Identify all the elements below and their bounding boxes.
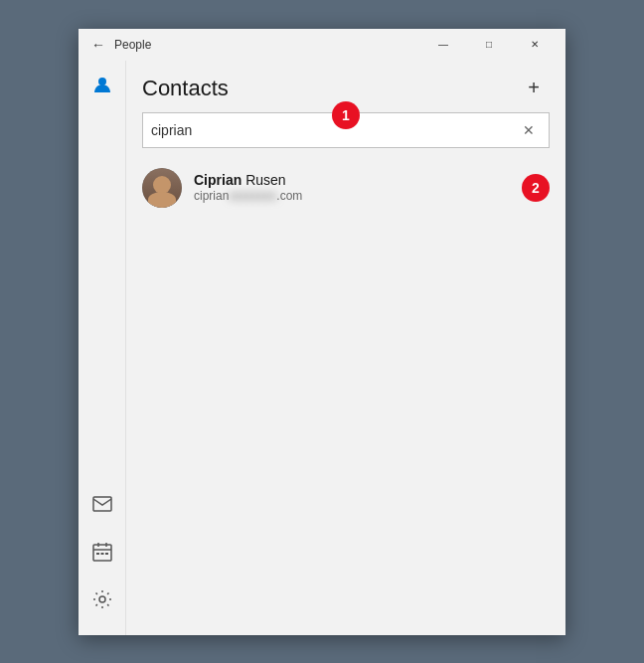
- settings-icon[interactable]: [82, 580, 122, 619]
- add-contact-button[interactable]: +: [518, 73, 550, 104]
- app-window: ← People — □ ✕: [79, 29, 565, 635]
- search-input[interactable]: [151, 122, 517, 138]
- sidebar-bottom: [82, 484, 122, 635]
- contact-last-name: Rusen: [245, 172, 285, 188]
- contact-email: ciprianxxxxxxxx.com: [194, 189, 514, 203]
- mail-icon[interactable]: [82, 484, 122, 524]
- back-button[interactable]: ←: [86, 33, 110, 57]
- main-content: Contacts + 1 ✕: [126, 61, 565, 635]
- svg-point-0: [98, 78, 106, 85]
- contact-name: Ciprian Rusen: [194, 172, 514, 188]
- search-bar: 1 ✕: [142, 112, 550, 148]
- app-body: Contacts + 1 ✕: [79, 61, 565, 635]
- svg-rect-5: [105, 553, 108, 555]
- email-prefix: ciprian: [194, 189, 229, 203]
- titlebar: ← People — □ ✕: [79, 29, 565, 61]
- email-suffix: .com: [276, 189, 302, 203]
- svg-point-6: [99, 596, 105, 602]
- contact-first-name: Ciprian: [194, 172, 242, 188]
- email-blurred: xxxxxxxx: [229, 189, 276, 203]
- window-controls: — □ ✕: [420, 29, 558, 61]
- minimize-button[interactable]: —: [420, 29, 466, 61]
- page-title: Contacts: [142, 76, 518, 101]
- sidebar: [79, 61, 126, 635]
- contact-item[interactable]: Ciprian Rusen ciprianxxxxxxxx.com 2: [126, 160, 565, 216]
- avatar-image: [142, 168, 182, 208]
- contact-avatar: [142, 168, 182, 208]
- contact-list: Ciprian Rusen ciprianxxxxxxxx.com 2: [126, 156, 565, 635]
- contact-info: Ciprian Rusen ciprianxxxxxxxx.com: [194, 172, 514, 203]
- app-title: People: [114, 38, 420, 52]
- contacts-header: Contacts +: [126, 61, 565, 112]
- sidebar-item-contacts[interactable]: [82, 65, 122, 104]
- step-badge-2: 2: [522, 174, 550, 202]
- search-clear-button[interactable]: ✕: [517, 118, 541, 142]
- close-button[interactable]: ✕: [512, 29, 558, 61]
- svg-rect-3: [96, 553, 99, 555]
- svg-rect-1: [93, 497, 111, 511]
- calendar-icon[interactable]: [82, 532, 122, 572]
- svg-rect-4: [100, 553, 103, 555]
- sidebar-top: [82, 65, 122, 104]
- maximize-button[interactable]: □: [466, 29, 512, 61]
